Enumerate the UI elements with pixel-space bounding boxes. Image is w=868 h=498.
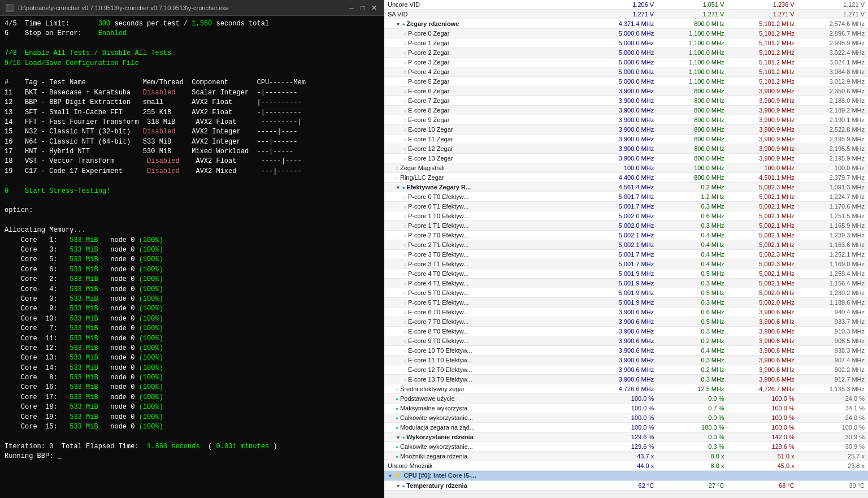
sensor-avg: 23.8 x xyxy=(798,461,868,471)
sensor-max: 3,900.9 MHz xyxy=(727,125,797,135)
table-row: ○ E-core 6 Zegar3,900.0 MHz800.0 MHz3,90… xyxy=(384,86,868,96)
sensor-min: 0.0 % xyxy=(657,432,727,442)
table-row: ○ P-core 4 T0 Efektyw...5,001.9 MHz0.5 M… xyxy=(384,269,868,279)
table-row: ○ P-core 1 Zegar5,000.0 MHz1,100.0 MHz5,… xyxy=(384,38,868,48)
sensor-max: 5,002.3 MHz xyxy=(727,183,797,192)
sensor-max: 45.0 x xyxy=(727,461,797,471)
minimize-button[interactable]: ─ xyxy=(347,3,356,12)
sensor-min: 800.0 MHz xyxy=(657,96,727,106)
sensor-min: 1,100.0 MHz xyxy=(657,48,727,58)
sensor-avg: 1,169.0 MHz xyxy=(798,259,868,269)
table-row: ● Całkowite wykorzystanie...129.6 %0.3 %… xyxy=(384,442,868,452)
sensor-max: 5,002.1 MHz xyxy=(727,211,797,221)
sensor-avg: 1,230.2 MHz xyxy=(798,288,868,298)
table-row: ○ P-core 3 T0 Efektyw...5,001.7 MHz0.4 M… xyxy=(384,250,868,259)
sensor-max: 5,101.2 MHz xyxy=(727,38,797,48)
sensor-max: 1.236 V xyxy=(727,0,797,10)
table-row: ○ E-core 12 Zegar3,900.0 MHz800.0 MHz3,9… xyxy=(384,144,868,154)
sensor-avg: 2,195.9 MHz xyxy=(798,154,868,163)
sensor-label: ○ P-core 1 T0 Efektyw... xyxy=(384,211,587,221)
sensor-label: ○ E-core 13 Zegar xyxy=(384,154,587,163)
table-row: ○ E-core 10 T0 Efektyw...3,900.6 MHz0.4 … xyxy=(384,346,868,356)
table-row: ○ E-core 6 T0 Efektyw...3,900.6 MHz0.6 M… xyxy=(384,308,868,317)
sensor-label: ○ P-core 4 T1 Efektyw... xyxy=(384,279,587,288)
sensor-avg: 1,091.3 MHz xyxy=(798,183,868,192)
table-row: ○ E-core 8 Zegar3,900.0 MHz800.0 MHz3,90… xyxy=(384,106,868,115)
sensor-value: 5,000.0 MHz xyxy=(587,38,657,48)
sensor-avg: 1,224.7 MHz xyxy=(798,192,868,202)
sensor-min: 0.2 MHz xyxy=(657,183,727,192)
sensor-avg: 2,522.8 MHz xyxy=(798,125,868,135)
sensor-max: 68 °C xyxy=(727,481,797,491)
sensor-min: 0.0 % xyxy=(657,394,727,404)
sensor-label: ○ P-core 2 T0 Efektyw... xyxy=(384,231,587,240)
sensor-label: ○ E-core 6 Zegar xyxy=(384,86,587,96)
terminal-window[interactable]: ⬛ D:\pobrane\y-cruncher v0.7.10.9513\y-c… xyxy=(0,0,384,498)
sensor-max: 5,002.0 MHz xyxy=(727,298,797,308)
sensor-value: 3,900.0 MHz xyxy=(587,125,657,135)
terminal-line: Allocating Memory... xyxy=(5,226,380,235)
sensor-value: 3,900.6 MHz xyxy=(587,327,657,336)
terminal-line xyxy=(5,39,380,49)
sensor-value: 5,002.0 MHz xyxy=(587,221,657,231)
sensor-avg: 910.3 MHz xyxy=(798,327,868,336)
sensor-value: 44.0 x xyxy=(587,461,657,471)
sensor-min: 0.2 MHz xyxy=(657,365,727,375)
sensor-avg: 39 °C xyxy=(798,481,868,491)
sensor-value: 5,001.7 MHz xyxy=(587,250,657,259)
sensor-label: ○ E-core 8 Zegar xyxy=(384,106,587,115)
sensor-avg: 1,251.5 MHz xyxy=(798,211,868,221)
sensor-value: 43.7 x xyxy=(587,452,657,461)
sensor-min: 100.0 % xyxy=(657,423,727,432)
table-row: ▼ ● Wykorzystanie rdzenia129.6 %0.0 %142… xyxy=(384,432,868,442)
terminal-body[interactable]: 4/5 Time Limit: 300 seconds per test / 1… xyxy=(0,16,384,498)
sensor-max: 3,900.6 MHz xyxy=(727,346,797,356)
sensor-value: 5,001.9 MHz xyxy=(587,288,657,298)
sensor-max: 5,002.1 MHz xyxy=(727,279,797,288)
sensor-min: 0.3 MHz xyxy=(657,356,727,365)
sensor-label: ○ P-core 0 Zegar xyxy=(384,29,587,38)
sensor-label: ○ Zegar Magistrali xyxy=(384,163,587,173)
terminal-line: Core 11: 533 MiB node 0 (100%) xyxy=(5,334,380,344)
hwinfo-table: Uncore VID1.206 V1.051 V1.236 V1.121 VSA… xyxy=(384,0,868,491)
terminal-line: 0 Start Stress-Testing! xyxy=(5,187,380,196)
sensor-max: 100.0 % xyxy=(727,404,797,413)
sensor-value: 4,371.4 MHz xyxy=(587,19,657,29)
sensor-value: 129.6 % xyxy=(587,442,657,452)
sensor-max: 3,900.9 MHz xyxy=(727,135,797,144)
close-button[interactable]: ✕ xyxy=(370,3,379,12)
sensor-max: 142.0 % xyxy=(727,432,797,442)
sensor-min: 1,100.0 MHz xyxy=(657,67,727,77)
table-row: ● Maksymalne wykorzysta...100.0 %0.7 %10… xyxy=(384,404,868,413)
terminal-line: 18 VST - Vector Transform Disabled AVX2 … xyxy=(5,157,380,166)
sensor-label: ○ P-core 0 T1 Efektyw... xyxy=(384,202,587,211)
terminal-line: 4/5 Time Limit: 300 seconds per test / 1… xyxy=(5,19,380,29)
table-row: ● Mnożniki zegara rdzenia43.7 x8.0 x51.0… xyxy=(384,452,868,461)
terminal-line: Core 6: 533 MiB node 0 (100%) xyxy=(5,265,380,275)
hwinfo-scroll-area[interactable]: Uncore VID1.206 V1.051 V1.236 V1.121 VSA… xyxy=(384,0,868,498)
sensor-min: 1,100.0 MHz xyxy=(657,58,727,67)
sensor-avg: 3,024.1 MHz xyxy=(798,58,868,67)
sensor-max: 5,101.2 MHz xyxy=(727,58,797,67)
sensor-label: Uncore VID xyxy=(384,0,587,10)
terminal-line: Running BBP: _ xyxy=(5,452,380,461)
table-row: ○ P-core 1 T1 Efektyw...5,002.0 MHz0.3 M… xyxy=(384,221,868,231)
sensor-label: ○ E-core 12 Zegar xyxy=(384,144,587,154)
sensor-max: 4,726.7 MHz xyxy=(727,384,797,394)
sensor-avg: 2,188.0 MHz xyxy=(798,96,868,106)
sensor-value: 100.0 % xyxy=(587,404,657,413)
sensor-avg: 1,189.6 MHz xyxy=(798,298,868,308)
sensor-value: 4,561.4 MHz xyxy=(587,183,657,192)
sensor-avg: 938.3 MHz xyxy=(798,346,868,356)
sensor-avg: 1,156.4 MHz xyxy=(798,279,868,288)
maximize-button[interactable]: □ xyxy=(358,3,367,12)
window-controls[interactable]: ─ □ ✕ xyxy=(347,3,379,12)
sensor-label: ○ E-core 13 T0 Efektyw... xyxy=(384,375,587,384)
table-row: ○ P-core 3 T1 Efektyw...5,001.7 MHz0.4 M… xyxy=(384,259,868,269)
sensor-min: 0.0 % xyxy=(657,413,727,423)
table-row: ○ P-core 5 Zegar5,000.0 MHz1,100.0 MHz5,… xyxy=(384,77,868,86)
sensor-value: 5,001.9 MHz xyxy=(587,269,657,279)
sensor-avg: 1,259.4 MHz xyxy=(798,269,868,279)
sensor-max: 5,101.2 MHz xyxy=(727,19,797,29)
table-row: ○ E-core 11 T0 Efektyw...3,900.6 MHz0.3 … xyxy=(384,356,868,365)
